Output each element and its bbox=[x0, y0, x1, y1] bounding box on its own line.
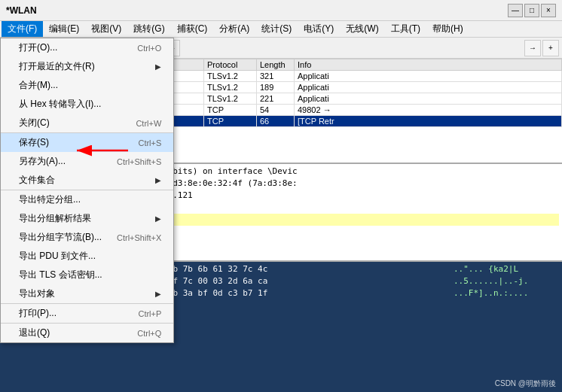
menu-item-label: 打印(P)... bbox=[19, 307, 57, 320]
cell-len: 321 bbox=[257, 71, 295, 82]
menu-item-8[interactable]: 导出特定分组... bbox=[1, 190, 173, 209]
title-bar: *WLAN — □ × bbox=[0, 0, 562, 21]
menu-item-label: 导出分组解析结果 bbox=[19, 212, 91, 225]
col-length: Length bbox=[257, 59, 295, 71]
col-protocol: Protocol bbox=[204, 59, 257, 71]
menu-item-label: 导出 TLS 会话密钥... bbox=[19, 269, 102, 281]
menu-item-label: 从 Hex 转储导入(I)... bbox=[19, 98, 101, 111]
menu-item-1[interactable]: 打开最近的文件(R)▶ bbox=[1, 57, 173, 76]
hex-ascii: ..5......|..-j. bbox=[454, 275, 559, 287]
menu-item-label: 文件集合 bbox=[19, 174, 55, 187]
menu-item-5[interactable]: 保存(S)Ctrl+S bbox=[1, 133, 173, 152]
menu-edit[interactable]: 编辑(E) bbox=[43, 21, 85, 37]
hex-ascii: ...F*]..n.:.... bbox=[454, 287, 559, 299]
minimize-button[interactable]: — bbox=[508, 4, 523, 17]
menu-item-shortcut: Ctrl+W bbox=[136, 119, 161, 128]
menu-item-14[interactable]: 打印(P)...Ctrl+P bbox=[1, 304, 173, 324]
submenu-arrow-icon: ▶ bbox=[155, 214, 161, 223]
menu-item-10[interactable]: 导出分组字节流(B)...Ctrl+Shift+X bbox=[1, 228, 173, 247]
menu-item-shortcut: Ctrl+Shift+X bbox=[117, 233, 161, 242]
menu-item-shortcut: Ctrl+Shift+S bbox=[117, 157, 161, 166]
menu-item-0[interactable]: 打开(O)...Ctrl+O bbox=[1, 38, 173, 57]
cell-info: 49802 → bbox=[295, 105, 562, 116]
menu-file[interactable]: 文件(F) bbox=[2, 21, 43, 37]
menu-help[interactable]: 帮助(H) bbox=[426, 21, 469, 37]
cell-len: 221 bbox=[257, 93, 295, 105]
cell-len: 189 bbox=[257, 82, 295, 93]
menu-item-3[interactable]: 从 Hex 转储导入(I)... bbox=[1, 95, 173, 114]
menu-item-label: 导出 PDU 到文件... bbox=[19, 250, 96, 263]
menu-tools[interactable]: 工具(T) bbox=[385, 21, 426, 37]
window-controls[interactable]: — □ × bbox=[508, 4, 556, 17]
menu-stats[interactable]: 统计(S) bbox=[255, 21, 298, 37]
close-button[interactable]: × bbox=[541, 4, 556, 17]
menu-item-label: 打开最近的文件(R) bbox=[19, 60, 95, 73]
toolbar-btn-plus[interactable]: + bbox=[542, 40, 559, 56]
submenu-arrow-icon: ▶ bbox=[155, 176, 161, 184]
cell-info: Applicati bbox=[295, 93, 562, 105]
menu-item-4[interactable]: 关闭(C)Ctrl+W bbox=[1, 114, 173, 133]
cell-info: Applicati bbox=[295, 82, 562, 93]
menu-item-label: 保存(S) bbox=[19, 136, 49, 149]
cell-info: [TCP Retr bbox=[295, 116, 562, 127]
cell-proto: TLSv1.2 bbox=[204, 93, 257, 105]
menu-item-6[interactable]: 另存为(A)...Ctrl+Shift+S bbox=[1, 152, 173, 171]
menu-phone[interactable]: 电话(Y) bbox=[298, 21, 340, 37]
menu-capture[interactable]: 捕获(C) bbox=[171, 21, 214, 37]
toolbar-btn-right-arrow[interactable]: → bbox=[524, 40, 541, 56]
menu-item-12[interactable]: 导出 TLS 会话密钥... bbox=[1, 266, 173, 284]
menu-item-label: 导出对象 bbox=[19, 287, 55, 300]
menu-item-11[interactable]: 导出 PDU 到文件... bbox=[1, 247, 173, 266]
menu-bar: 文件(F) 编辑(E) 视图(V) 跳转(G) 捕获(C) 分析(A) 统计(S… bbox=[0, 21, 562, 38]
menu-wireless[interactable]: 无线(W) bbox=[340, 21, 384, 37]
menu-item-15[interactable]: 退出(Q)Ctrl+Q bbox=[1, 324, 173, 342]
menu-item-label: 合并(M)... bbox=[19, 79, 58, 92]
submenu-arrow-icon: ▶ bbox=[155, 62, 161, 71]
menu-view[interactable]: 视图(V) bbox=[85, 21, 127, 37]
menu-item-shortcut: Ctrl+S bbox=[138, 138, 161, 147]
menu-item-label: 退出(Q) bbox=[19, 327, 50, 339]
cell-proto: TCP bbox=[204, 116, 257, 127]
cell-info: Applicati bbox=[295, 71, 562, 82]
menu-item-13[interactable]: 导出对象▶ bbox=[1, 284, 173, 304]
col-info: Info bbox=[295, 59, 562, 71]
cell-len: 54 bbox=[257, 105, 295, 116]
file-dropdown: 打开(O)...Ctrl+O打开最近的文件(R)▶合并(M)...从 Hex 转… bbox=[0, 38, 174, 343]
menu-item-shortcut: Ctrl+Q bbox=[137, 329, 161, 338]
maximize-button[interactable]: □ bbox=[524, 4, 539, 17]
menu-item-label: 关闭(C) bbox=[19, 117, 50, 129]
menu-item-label: 导出特定分组... bbox=[19, 193, 81, 206]
hex-ascii: .."... {ka2|L bbox=[454, 263, 559, 275]
menu-analyze[interactable]: 分析(A) bbox=[213, 21, 255, 37]
cell-proto: TLSv1.2 bbox=[204, 71, 257, 82]
menu-item-2[interactable]: 合并(M)... bbox=[1, 76, 173, 95]
cell-proto: TCP bbox=[204, 105, 257, 116]
watermark: CSDN @明黔雨後 bbox=[495, 378, 556, 389]
window-title: *WLAN bbox=[6, 5, 37, 16]
menu-item-shortcut: Ctrl+O bbox=[137, 44, 161, 53]
menu-item-label: 另存为(A)... bbox=[19, 155, 66, 168]
submenu-arrow-icon: ▶ bbox=[155, 290, 161, 298]
menu-item-label: 导出分组字节流(B)... bbox=[19, 231, 102, 244]
file-menu: 打开(O)...Ctrl+O打开最近的文件(R)▶合并(M)...从 Hex 转… bbox=[0, 38, 174, 343]
menu-item-label: 打开(O)... bbox=[19, 41, 57, 54]
cell-len: 66 bbox=[257, 116, 295, 127]
menu-item-shortcut: Ctrl+P bbox=[138, 309, 161, 318]
menu-jump[interactable]: 跳转(G) bbox=[127, 21, 170, 37]
menu-item-7[interactable]: 文件集合▶ bbox=[1, 171, 173, 190]
menu-item-9[interactable]: 导出分组解析结果▶ bbox=[1, 209, 173, 228]
cell-proto: TLSv1.2 bbox=[204, 82, 257, 93]
